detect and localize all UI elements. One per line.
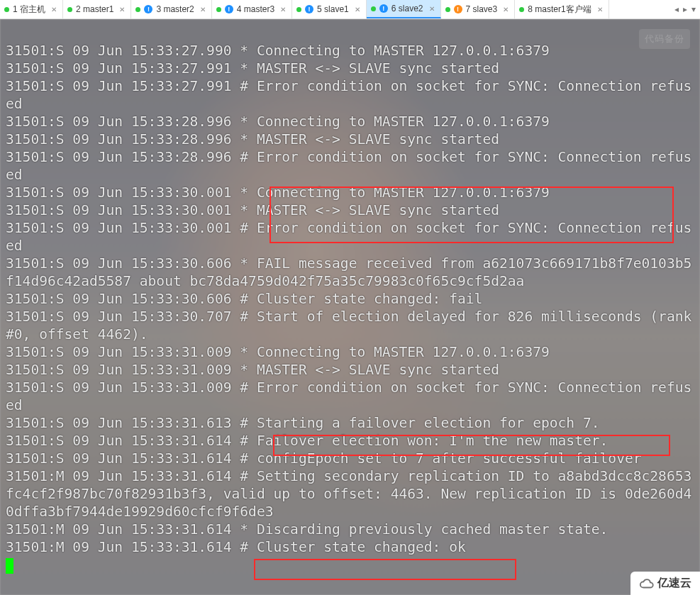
status-dot-icon [67,7,72,12]
tab-8[interactable]: 8 master1客户端✕ [515,0,609,18]
terminal-area: 代码备份 31501:S 09 Jun 15:33:27.990 * Conne… [0,19,700,595]
info-icon: ! [305,5,313,13]
info-icon: ! [144,5,152,13]
status-dot-icon [371,6,376,11]
terminal-log: 31501:S 09 Jun 15:33:27.990 * Connecting… [6,42,694,574]
tab-label: 7 slave3 [466,4,498,14]
brand-badge: 亿速云 [630,572,700,595]
tab-6[interactable]: !6 slave2✕ [367,0,441,18]
close-icon[interactable]: ✕ [200,6,206,13]
close-icon[interactable]: ✕ [51,6,57,13]
tab-5[interactable]: !5 slave1✕ [292,0,367,18]
close-icon[interactable]: ✕ [119,6,125,13]
tab-2[interactable]: 2 master1✕ [63,0,131,18]
scroll-right-icon[interactable]: ▸ [683,4,687,14]
tab-label: 5 slave1 [317,4,349,14]
status-dot-icon [135,7,140,12]
cursor-icon [6,558,13,574]
info-icon: ! [379,4,388,13]
brand-text: 亿速云 [657,576,691,591]
info-icon: ! [454,5,462,13]
close-icon[interactable]: ✕ [355,6,360,13]
status-dot-icon [4,7,9,12]
tab-4[interactable]: !4 master3✕ [212,0,292,18]
tab-7[interactable]: !7 slave3✕ [441,0,516,18]
status-dot-icon [519,7,524,12]
close-icon[interactable]: ✕ [429,5,435,13]
tab-label: 4 master3 [237,4,274,14]
close-icon[interactable]: ✕ [503,6,509,13]
status-dot-icon [296,7,301,12]
status-dot-icon [445,7,450,12]
tab-label: 6 slave2 [391,4,423,13]
tab-bar: 1 宿主机✕2 master1✕!3 master2✕!4 master3✕!5… [0,0,700,19]
dropdown-icon[interactable]: ▾ [691,4,696,14]
tab-3[interactable]: !3 master2✕ [131,0,211,18]
tab-1[interactable]: 1 宿主机✕ [0,0,63,18]
close-icon[interactable]: ✕ [597,6,603,13]
terminal-overlay[interactable]: 代码备份 31501:S 09 Jun 15:33:27.990 * Conne… [0,19,700,595]
status-dot-icon [216,7,221,12]
scroll-left-icon[interactable]: ◂ [674,4,679,14]
tab-bar-controls: ◂▸▾ [670,0,700,18]
tab-label: 2 master1 [76,4,113,14]
tab-label: 8 master1客户端 [528,4,591,16]
close-icon[interactable]: ✕ [280,6,286,13]
tab-label: 3 master2 [156,4,194,14]
cloud-icon [639,578,655,589]
tab-label: 1 宿主机 [13,4,45,16]
info-icon: ! [225,5,233,13]
